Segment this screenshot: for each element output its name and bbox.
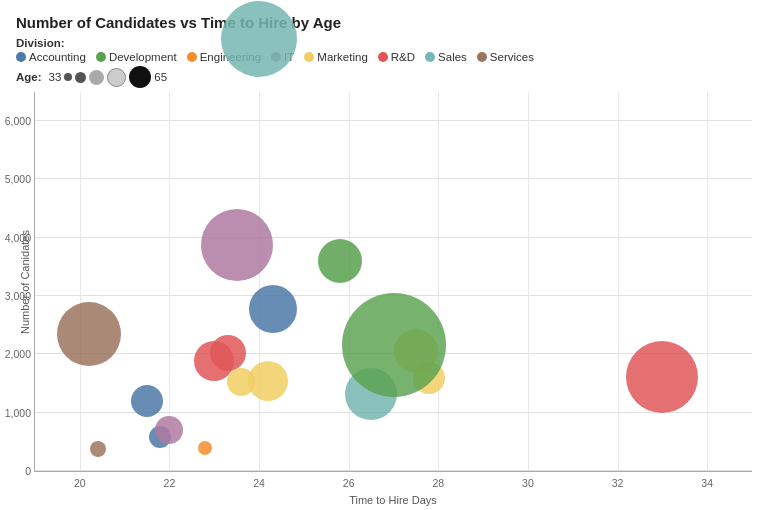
y-tick-label: 1,000: [0, 407, 31, 419]
grid-line-x: [349, 92, 350, 471]
bubble-rd-2: [210, 335, 246, 371]
x-tick-label: 22: [164, 477, 176, 489]
age-dot-small: [64, 73, 72, 81]
division-legend-items: AccountingDevelopmentEngineeringITMarket…: [16, 51, 752, 63]
bubble-accounting-3: [249, 285, 297, 333]
y-tick-label: 2,000: [0, 348, 31, 360]
bubble-development-1: [318, 239, 362, 283]
grid-line-x: [618, 92, 619, 471]
grid-line-x: [707, 92, 708, 471]
bubble-services-large: [57, 302, 121, 366]
y-tick-label: 5,000: [0, 173, 31, 185]
age-max: 65: [154, 71, 167, 83]
bubble-services-small: [90, 441, 106, 457]
legend-item-services: Services: [477, 51, 534, 63]
y-tick-label: 0: [0, 465, 31, 477]
x-axis-label: Time to Hire Days: [34, 494, 752, 506]
grid-line-x: [438, 92, 439, 471]
x-tick-label: 24: [253, 477, 265, 489]
bubble-it-large: [201, 209, 273, 281]
x-tick-label: 32: [612, 477, 624, 489]
plot-area: 01,0002,0003,0004,0005,0006,000202224262…: [34, 92, 752, 472]
grid-line-x: [259, 92, 260, 471]
age-label: Age:: [16, 71, 42, 83]
x-tick-label: 26: [343, 477, 355, 489]
bubble-accounting-1: [131, 385, 163, 417]
grid-line-x: [80, 92, 81, 471]
x-tick-label: 30: [522, 477, 534, 489]
grid-line-y: [35, 178, 752, 179]
chart-container: Number of Candidates vs Time to Hire by …: [0, 0, 768, 510]
legend-item-marketing: Marketing: [304, 51, 368, 63]
y-tick-label: 4,000: [0, 232, 31, 244]
bubble-rd-large: [626, 341, 698, 413]
division-label: Division:: [16, 37, 65, 49]
chart-area: Number of Canidates 01,0002,0003,0004,00…: [16, 92, 752, 506]
bubble-engineering-1: [198, 441, 212, 455]
plot-wrapper: 01,0002,0003,0004,0005,0006,000202224262…: [34, 92, 752, 506]
x-tick-label: 28: [432, 477, 444, 489]
legend-item-accounting: Accounting: [16, 51, 86, 63]
age-legend: Age: 33 65: [16, 66, 752, 88]
x-tick-label: 34: [701, 477, 713, 489]
y-tick-label: 6,000: [0, 115, 31, 127]
grid-line-y: [35, 237, 752, 238]
age-min: 33: [49, 71, 62, 83]
legend-item-rd: R&D: [378, 51, 415, 63]
x-tick-label: 20: [74, 477, 86, 489]
grid-line-y: [35, 470, 752, 471]
legend-item-development: Development: [96, 51, 177, 63]
legend-item-sales: Sales: [425, 51, 467, 63]
grid-line-x: [169, 92, 170, 471]
age-dot-large: [89, 70, 104, 85]
chart-title: Number of Candidates vs Time to Hire by …: [16, 14, 752, 31]
bubble-development-large: [342, 293, 446, 397]
division-legend: Division:: [16, 37, 752, 49]
grid-line-y: [35, 120, 752, 121]
grid-line-x: [528, 92, 529, 471]
bubble-marketing-2: [248, 361, 288, 401]
age-dot-max: [129, 66, 151, 88]
bubble-it-1: [155, 416, 183, 444]
bubble-sales-large: [221, 1, 297, 77]
age-dot-xlarge: [107, 68, 126, 87]
y-tick-label: 3,000: [0, 290, 31, 302]
age-dot-medium: [75, 72, 86, 83]
